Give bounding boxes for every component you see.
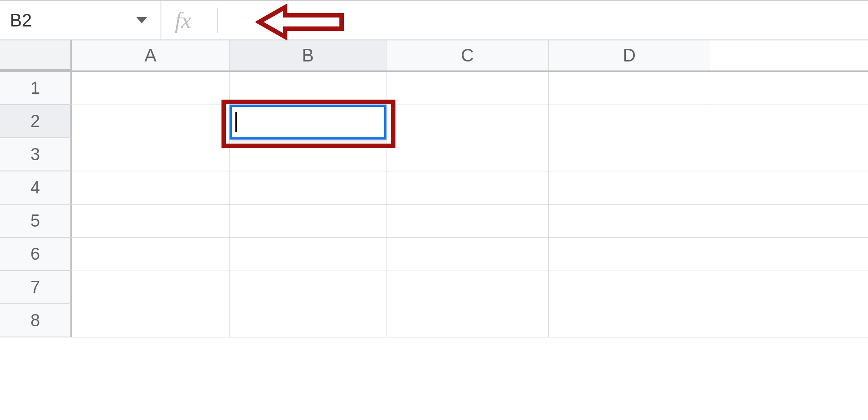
arrow-left-annotation-icon bbox=[256, 4, 345, 40]
cell-a3[interactable] bbox=[72, 138, 230, 171]
cell-d1[interactable] bbox=[549, 72, 710, 105]
cell-c5[interactable] bbox=[386, 205, 549, 237]
row-header-2[interactable]: 2 bbox=[0, 105, 72, 138]
name-box-cell-reference: B2 bbox=[10, 10, 32, 31]
text-cursor-icon bbox=[235, 112, 237, 132]
cell-c8[interactable] bbox=[386, 304, 549, 337]
svg-marker-0 bbox=[259, 7, 342, 37]
cell-d2[interactable] bbox=[549, 105, 710, 138]
column-headers-row: A B C D bbox=[0, 40, 868, 72]
cell-b1[interactable] bbox=[230, 72, 386, 105]
cell-d4[interactable] bbox=[549, 171, 710, 204]
fx-icon: fx bbox=[175, 7, 191, 33]
spreadsheet-grid: A B C D 1 2 3 bbox=[0, 40, 868, 337]
row-header-3[interactable]: 3 bbox=[0, 138, 72, 171]
column-header-a[interactable]: A bbox=[72, 40, 230, 70]
row-2: 2 bbox=[0, 105, 868, 138]
cell-a7[interactable] bbox=[72, 271, 230, 304]
cell-c7[interactable] bbox=[386, 271, 549, 304]
row-4: 4 bbox=[0, 171, 868, 205]
row-3: 3 bbox=[0, 138, 868, 171]
cell-d3[interactable] bbox=[549, 138, 710, 171]
row-8: 8 bbox=[0, 304, 868, 337]
cell-a2[interactable] bbox=[72, 105, 230, 138]
row-header-4[interactable]: 4 bbox=[0, 171, 72, 204]
cell-b5[interactable] bbox=[230, 205, 386, 237]
column-header-d[interactable]: D bbox=[549, 40, 710, 70]
column-header-c[interactable]: C bbox=[386, 40, 549, 70]
cell-c4[interactable] bbox=[386, 171, 549, 204]
active-cell-editor[interactable] bbox=[230, 105, 386, 140]
row-5: 5 bbox=[0, 205, 868, 238]
chevron-down-icon[interactable] bbox=[136, 17, 147, 23]
row-7: 7 bbox=[0, 271, 868, 304]
cell-d6[interactable] bbox=[549, 238, 710, 271]
cell-d8[interactable] bbox=[549, 304, 710, 337]
cell-c6[interactable] bbox=[386, 238, 549, 271]
cell-a8[interactable] bbox=[72, 304, 230, 337]
cell-b6[interactable] bbox=[230, 238, 386, 271]
row-6: 6 bbox=[0, 238, 868, 271]
row-header-1[interactable]: 1 bbox=[0, 72, 72, 105]
row-1: 1 bbox=[0, 72, 868, 105]
cell-a5[interactable] bbox=[72, 205, 230, 237]
cell-c1[interactable] bbox=[386, 72, 549, 105]
cell-b7[interactable] bbox=[230, 271, 386, 304]
cell-c3[interactable] bbox=[386, 138, 549, 171]
cell-a6[interactable] bbox=[72, 238, 230, 271]
cell-c2[interactable] bbox=[386, 105, 549, 138]
row-header-7[interactable]: 7 bbox=[0, 271, 72, 304]
grid-rows: 1 2 3 4 5 bbox=[0, 72, 868, 337]
name-box[interactable]: B2 bbox=[0, 1, 161, 39]
column-header-b[interactable]: B bbox=[230, 40, 386, 70]
cell-b8[interactable] bbox=[230, 304, 386, 337]
cell-b3[interactable] bbox=[230, 138, 386, 171]
cell-d7[interactable] bbox=[549, 271, 710, 304]
divider bbox=[217, 8, 218, 33]
cell-a4[interactable] bbox=[72, 171, 230, 204]
row-header-6[interactable]: 6 bbox=[0, 238, 72, 271]
cell-d5[interactable] bbox=[549, 205, 710, 237]
formula-input-area[interactable]: fx bbox=[161, 1, 218, 39]
cell-b4[interactable] bbox=[230, 171, 386, 204]
formula-bar: B2 fx bbox=[0, 0, 868, 40]
row-header-5[interactable]: 5 bbox=[0, 205, 72, 237]
row-header-8[interactable]: 8 bbox=[0, 304, 72, 337]
cell-a1[interactable] bbox=[72, 72, 230, 105]
select-all-corner[interactable] bbox=[0, 40, 72, 70]
